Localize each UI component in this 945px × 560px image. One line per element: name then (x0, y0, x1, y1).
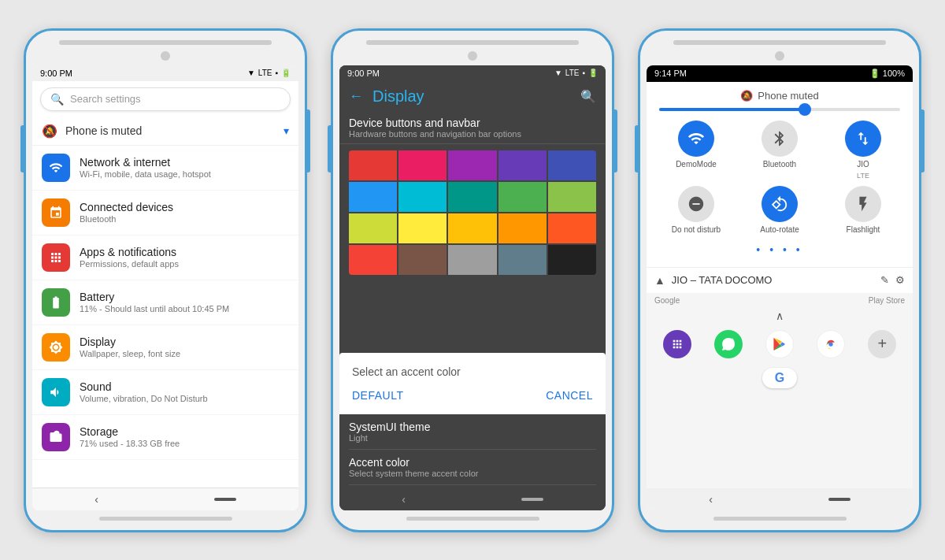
battery-percentage-3: 🔋 100% (869, 69, 905, 79)
muted-banner[interactable]: 🔕 Phone is muted ▾ (32, 117, 298, 146)
app-icon-playstore[interactable] (765, 330, 794, 358)
sound-text: Sound Volume, vibration, Do Not Disturb (80, 380, 289, 403)
qs-tile-bluetooth[interactable]: Bluetooth (741, 121, 818, 180)
app-icon-chrome[interactable] (817, 330, 845, 358)
qs-network-edit-icon[interactable]: ✎ (880, 274, 889, 286)
qs-nav-bar: ‹ (647, 488, 913, 510)
qs-panel: 🔕 Phone muted DemoMode (647, 82, 913, 267)
qs-tile-dnd[interactable]: Do not disturb (658, 186, 735, 234)
battery-text: Battery 11% - Should last until about 10… (80, 291, 289, 313)
home-nav-icon-3[interactable] (828, 498, 850, 501)
bluetooth-label: Bluetooth (763, 160, 796, 169)
qs-tile-flashlight[interactable]: Flashlight (825, 186, 902, 234)
qs-slider-track (659, 108, 900, 111)
status-icons-1: ▼ LTE ▪ 🔋 (247, 69, 291, 77)
color-cell[interactable] (548, 182, 596, 212)
qs-muted-text: Phone muted (758, 90, 818, 102)
battery-icon-2: 🔋 (588, 69, 598, 77)
bluetooth-icon (762, 121, 798, 157)
accent-color-modal: Select an accent color Default Cancel (339, 353, 606, 414)
sound-title: Sound (80, 380, 289, 393)
qs-muted-icon: 🔕 (740, 90, 753, 102)
settings-item-storage[interactable]: Storage 71% used - 18.33 GB free (32, 415, 298, 460)
nav-bar-2: ‹ (339, 488, 606, 510)
qs-dots: • • • • (654, 240, 905, 259)
color-cell[interactable] (398, 213, 447, 243)
color-cell[interactable] (448, 182, 496, 212)
phone-top-bar-2 (366, 40, 579, 45)
settings-item-connected[interactable]: Connected devices Bluetooth (32, 191, 298, 235)
device-buttons-item[interactable]: Device buttons and navbar Hardware butto… (339, 112, 606, 144)
color-cell[interactable] (349, 182, 397, 212)
network-sub: Wi-Fi, mobile, data usage, hotspot (80, 169, 289, 179)
color-cell[interactable] (498, 245, 547, 275)
settings-item-network[interactable]: Network & internet Wi-Fi, mobile, data u… (32, 146, 298, 191)
color-cell[interactable] (448, 213, 496, 243)
app-icon-plus[interactable]: + (868, 330, 896, 358)
settings-list: Network & internet Wi-Fi, mobile, data u… (32, 146, 298, 488)
back-nav-icon-3[interactable]: ‹ (709, 493, 713, 506)
color-grid (349, 150, 596, 275)
color-cell[interactable] (448, 150, 496, 180)
connected-title: Connected devices (80, 201, 289, 213)
qs-tiles-row2: Do not disturb Auto-rotate Flashlight (654, 186, 905, 234)
battery-sub: 11% - Should last until about 10:45 PM (80, 304, 289, 313)
display-sub: Wallpaper, sleep, font size (80, 349, 289, 358)
color-cell[interactable] (398, 150, 447, 180)
search-icon: 🔍 (50, 93, 64, 106)
color-cell[interactable] (349, 213, 397, 243)
qs-tile-demomode[interactable]: DemoMode (658, 121, 735, 180)
settings-item-display[interactable]: Display Wallpaper, sleep, font size (32, 325, 298, 370)
battery-icon: 🔋 (281, 69, 291, 77)
color-cell[interactable] (498, 150, 547, 180)
status-icons-2: ▼ LTE ▪ 🔋 (554, 69, 598, 77)
back-nav-icon[interactable]: ‹ (94, 493, 98, 506)
qs-chevron-up[interactable]: ∧ (647, 308, 913, 324)
cancel-button[interactable]: Cancel (546, 389, 593, 402)
color-cell[interactable] (398, 245, 447, 275)
display-screen-title: Display (372, 87, 571, 106)
color-cell[interactable] (548, 150, 596, 180)
search-button-2[interactable]: 🔍 (580, 89, 596, 104)
signal-icon-2: ▪ (582, 69, 585, 77)
settings-item-apps[interactable]: Apps & notifications Permissions, defaul… (32, 235, 298, 280)
home-nav-icon-2[interactable] (521, 498, 543, 501)
color-cell[interactable] (349, 245, 397, 275)
phone-camera-3 (775, 51, 784, 61)
quick-settings-screen: 9:14 PM 🔋 100% 🔕 Phone muted (647, 65, 913, 510)
color-cell[interactable] (548, 213, 596, 243)
back-nav-icon-2[interactable]: ‹ (402, 493, 406, 506)
qs-tile-jio[interactable]: JIO LTE (825, 121, 902, 180)
search-placeholder: Search settings (70, 93, 141, 105)
accent-color-item[interactable]: Accent color Select system theme accent … (349, 450, 596, 485)
muted-text: Phone is muted (65, 124, 276, 137)
color-cell[interactable] (398, 182, 447, 212)
phone-camera-2 (468, 51, 477, 61)
apps-sub: Permissions, default apps (80, 259, 289, 269)
app-icon-grid[interactable] (663, 330, 691, 358)
color-cell[interactable] (498, 182, 547, 212)
settings-item-sound[interactable]: Sound Volume, vibration, Do Not Disturb (32, 370, 298, 415)
dnd-icon (678, 186, 714, 222)
storage-sub: 71% used - 18.33 GB free (80, 439, 289, 448)
sound-sub: Volume, vibration, Do Not Disturb (80, 394, 289, 403)
qs-network-settings-icon[interactable]: ⚙ (895, 274, 905, 286)
color-cell[interactable] (349, 150, 397, 180)
default-button[interactable]: Default (352, 389, 403, 402)
color-cell[interactable] (548, 245, 596, 275)
home-nav-icon[interactable] (214, 498, 236, 501)
qs-slider-thumb[interactable] (799, 103, 811, 116)
settings-item-battery[interactable]: Battery 11% - Should last until about 10… (32, 280, 298, 325)
search-bar[interactable]: 🔍 Search settings (40, 87, 291, 111)
status-bar-2: 9:00 PM ▼ LTE ▪ 🔋 (339, 65, 606, 81)
phone-1: 9:00 PM ▼ LTE ▪ 🔋 🔍 Search settings 🔕 Ph… (24, 28, 307, 532)
app-icon-whatsapp[interactable] (714, 330, 743, 358)
systemui-theme-item[interactable]: SystemUI theme Light (349, 414, 596, 450)
status-time-2: 9:00 PM (347, 69, 380, 78)
qs-google-bar[interactable]: G (647, 365, 913, 391)
qs-tile-autorotate[interactable]: Auto-rotate (741, 186, 818, 234)
back-button-2[interactable]: ← (349, 88, 363, 105)
color-cell[interactable] (498, 213, 547, 243)
qs-volume-slider[interactable] (654, 108, 905, 111)
color-cell[interactable] (448, 245, 496, 275)
